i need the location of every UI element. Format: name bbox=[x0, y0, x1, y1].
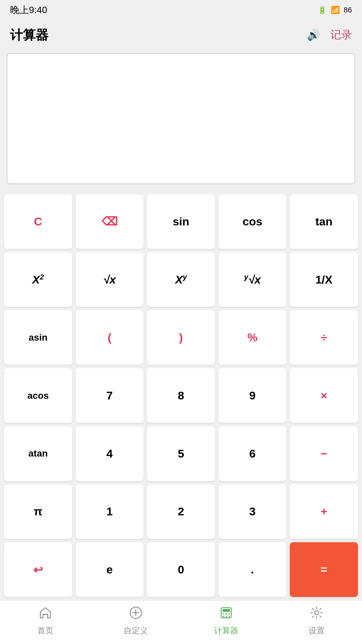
key-asin[interactable]: asin bbox=[4, 310, 72, 365]
key-ysqrtx-label: y√x bbox=[244, 273, 261, 286]
battery-level: 86 bbox=[344, 6, 352, 14]
key-acos[interactable]: acos bbox=[4, 368, 72, 423]
key-5[interactable]: 5 bbox=[147, 426, 215, 481]
key-ysqrtx[interactable]: y√x bbox=[218, 252, 287, 307]
key-divide[interactable]: ÷ bbox=[290, 310, 358, 365]
key-plus[interactable]: + bbox=[290, 484, 358, 539]
display-area bbox=[7, 53, 355, 184]
status-bar: 晚上9:40 🔋 📶 86 bbox=[0, 0, 362, 20]
nav-item-settings[interactable]: 设置 bbox=[272, 606, 362, 636]
key-lparen-label: ( bbox=[108, 331, 111, 344]
key-percent-label: % bbox=[247, 331, 257, 344]
key-equals[interactable]: = bbox=[290, 542, 358, 597]
key-pi-label: π bbox=[34, 505, 42, 518]
key-row-3: asin ( ) % ÷ bbox=[4, 310, 358, 365]
key-tan-label: tan bbox=[315, 215, 332, 228]
key-1[interactable]: 1 bbox=[76, 484, 144, 539]
status-time: 晚上9:40 bbox=[10, 4, 47, 16]
key-back[interactable]: ↩ bbox=[4, 542, 72, 597]
key-rparen[interactable]: ) bbox=[147, 310, 215, 365]
key-lparen[interactable]: ( bbox=[76, 310, 144, 365]
page-title: 计算器 bbox=[10, 27, 48, 44]
key-multiply-label: × bbox=[321, 389, 327, 402]
key-percent[interactable]: % bbox=[218, 310, 287, 365]
key-xy[interactable]: Xy bbox=[147, 252, 215, 307]
key-9[interactable]: 9 bbox=[218, 368, 287, 423]
key-divide-label: ÷ bbox=[321, 331, 327, 344]
key-0[interactable]: 0 bbox=[147, 542, 215, 597]
wifi-icon: 📶 bbox=[331, 6, 340, 14]
key-row-2: X2 √x Xy y√x 1/X bbox=[4, 252, 358, 307]
key-minus[interactable]: − bbox=[290, 426, 358, 481]
key-tan[interactable]: tan bbox=[290, 194, 358, 249]
key-xy-label: Xy bbox=[175, 273, 187, 286]
key-1-label: 1 bbox=[106, 505, 113, 518]
nav-label-custom: 自定义 bbox=[124, 625, 148, 636]
key-sin[interactable]: sin bbox=[147, 194, 215, 249]
status-icons: 🔋 📶 86 bbox=[318, 6, 352, 14]
key-dot[interactable]: . bbox=[218, 542, 287, 597]
nav-item-calculator[interactable]: 计算器 bbox=[181, 606, 272, 636]
svg-point-8 bbox=[223, 616, 224, 617]
settings-icon bbox=[310, 606, 324, 623]
keypad: C ⌫ sin cos tan X2 √x Xy y√x 1/X bbox=[0, 191, 362, 600]
bottom-nav: 首页 自定义 计算器 bbox=[0, 600, 362, 644]
key-3[interactable]: 3 bbox=[218, 484, 287, 539]
key-x2-label: X2 bbox=[32, 273, 44, 286]
key-cos-label: cos bbox=[243, 215, 263, 228]
key-5-label: 5 bbox=[178, 447, 184, 460]
key-sqrt[interactable]: √x bbox=[76, 252, 144, 307]
key-equals-label: = bbox=[321, 563, 327, 576]
key-inv[interactable]: 1/X bbox=[290, 252, 358, 307]
key-6[interactable]: 6 bbox=[218, 426, 287, 481]
key-plus-label: + bbox=[321, 505, 327, 518]
key-9-label: 9 bbox=[249, 389, 256, 402]
battery-icon: 🔋 bbox=[318, 6, 327, 14]
key-8[interactable]: 8 bbox=[147, 368, 215, 423]
key-cos[interactable]: cos bbox=[218, 194, 287, 249]
sound-button[interactable]: 🔊 bbox=[307, 29, 320, 41]
key-3-label: 3 bbox=[249, 505, 256, 518]
key-row-6: π 1 2 3 + bbox=[4, 484, 358, 539]
key-row-5: atan 4 5 6 − bbox=[4, 426, 358, 481]
key-x2[interactable]: X2 bbox=[4, 252, 72, 307]
record-button[interactable]: 记录 bbox=[330, 28, 352, 42]
sound-icon: 🔊 bbox=[307, 29, 320, 41]
key-multiply[interactable]: × bbox=[290, 368, 358, 423]
key-pi[interactable]: π bbox=[4, 484, 72, 539]
key-acos-label: acos bbox=[27, 390, 49, 401]
key-0-label: 0 bbox=[178, 563, 184, 576]
nav-label-settings: 设置 bbox=[309, 625, 325, 636]
key-backspace[interactable]: ⌫ bbox=[76, 194, 144, 249]
key-clear[interactable]: C bbox=[4, 194, 72, 249]
home-icon bbox=[38, 606, 52, 623]
key-6-label: 6 bbox=[249, 447, 256, 460]
header-actions: 🔊 记录 bbox=[307, 28, 352, 42]
nav-item-home[interactable]: 首页 bbox=[0, 606, 90, 636]
key-sqrt-label: √x bbox=[103, 273, 116, 286]
key-e[interactable]: e bbox=[76, 542, 144, 597]
svg-rect-4 bbox=[223, 609, 230, 612]
key-8-label: 8 bbox=[178, 389, 184, 402]
svg-point-5 bbox=[223, 613, 224, 614]
calculator-icon bbox=[219, 606, 233, 623]
key-row-4: acos 7 8 9 × bbox=[4, 368, 358, 423]
svg-point-6 bbox=[226, 613, 227, 614]
key-atan[interactable]: atan bbox=[4, 426, 72, 481]
svg-point-9 bbox=[226, 616, 227, 617]
svg-point-7 bbox=[229, 613, 230, 614]
key-dot-label: . bbox=[251, 563, 254, 576]
key-4[interactable]: 4 bbox=[76, 426, 144, 481]
svg-point-11 bbox=[315, 611, 319, 615]
key-7[interactable]: 7 bbox=[76, 368, 144, 423]
key-2-label: 2 bbox=[178, 505, 184, 518]
key-7-label: 7 bbox=[106, 389, 113, 402]
key-sin-label: sin bbox=[173, 215, 189, 228]
key-back-label: ↩ bbox=[33, 563, 43, 576]
key-2[interactable]: 2 bbox=[147, 484, 215, 539]
key-clear-label: C bbox=[34, 215, 42, 228]
key-asin-label: asin bbox=[29, 332, 47, 343]
nav-item-custom[interactable]: 自定义 bbox=[90, 606, 181, 636]
nav-label-home: 首页 bbox=[37, 625, 53, 636]
key-inv-label: 1/X bbox=[315, 273, 332, 286]
